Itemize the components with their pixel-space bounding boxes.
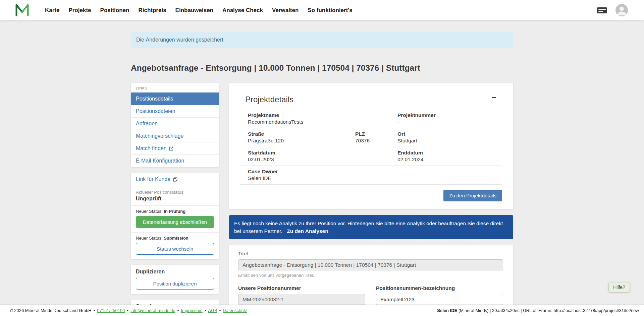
- sidebar-item-email-konfiguration[interactable]: E-Mail Konfiguration: [131, 154, 219, 167]
- copy-icon: [173, 177, 177, 182]
- switch-status-button[interactable]: Status wechseln: [136, 243, 214, 255]
- nav-item-verwalten[interactable]: Verwalten: [272, 7, 299, 14]
- topbar-right: [597, 4, 628, 16]
- nav-item-so-funktionierts[interactable]: So funktioniert's: [308, 7, 352, 14]
- divider: [131, 232, 219, 233]
- server-icon[interactable]: [597, 6, 607, 14]
- collapse-icon[interactable]: [491, 95, 497, 100]
- go-to-analyses-link[interactable]: Zu den Analysen: [287, 228, 328, 234]
- nav-item-analyse-check[interactable]: Analyse Check: [222, 7, 263, 14]
- detail-row: Startdatum 02.01.2023 Enddatum 02.01.202…: [240, 147, 502, 166]
- new-status-prefix: Neuer Status:: [136, 209, 163, 214]
- footer-email-link[interactable]: info@mineral-minds.de: [130, 308, 175, 313]
- mineral-minds-logo[interactable]: [15, 4, 30, 17]
- sidebar-item-label: Positionsdateien: [136, 108, 175, 114]
- footer-agb-link[interactable]: AGB: [208, 308, 217, 313]
- current-status-value: Ungeprüft: [136, 196, 214, 202]
- custom-position-number-input[interactable]: [376, 294, 503, 305]
- projektname-value: RecommendationsTests: [248, 119, 397, 125]
- complete-data-entry-button[interactable]: Datenerfassung abschließen: [136, 216, 214, 228]
- nav-item-einbauweisen[interactable]: Einbauweisen: [175, 7, 213, 14]
- footer: © 2026 Mineral Minds Deutschland GmbH • …: [0, 305, 644, 316]
- nav-item-richtpreis[interactable]: Richtpreis: [138, 7, 166, 14]
- links-header: LINKS: [131, 83, 219, 92]
- page-content: Die Änderungen wurden gespeichert Angebo…: [0, 20, 644, 316]
- case-owner-value: Selen IDE: [248, 175, 502, 181]
- duplicate-card: Duplizieren Position duplizieren: [131, 265, 219, 294]
- nav-item-positionen[interactable]: Positionen: [100, 7, 129, 14]
- analytics-banner: Es liegt noch keine Analytik zu Ihrer Po…: [229, 215, 513, 239]
- projektnummer-value: -: [397, 119, 502, 125]
- external-link-icon: [169, 146, 173, 151]
- analytics-banner-text: Es liegt noch keine Analytik zu Ihrer Po…: [234, 220, 503, 234]
- footer-user-name: Selen IDE: [437, 308, 457, 313]
- strasse-label: Straße: [248, 131, 355, 137]
- top-navigation-bar: Karte Projekte Positionen Richtpreis Ein…: [0, 0, 644, 20]
- footer-session-details: (Mineral Minds) | 20aaf34c20ec | URL of …: [457, 308, 639, 313]
- go-to-project-details-button[interactable]: Zu den Projektdetails: [443, 190, 502, 201]
- ort-value: Stuttgart: [397, 138, 502, 144]
- separator-dot: •: [205, 308, 206, 313]
- customer-link[interactable]: Link für Kunde: [131, 173, 219, 186]
- new-status-prefix: Neuer Status:: [136, 236, 163, 241]
- sidebar: LINKS Positionsdetails Positionsdateien …: [131, 83, 219, 316]
- logo-graphic: [15, 4, 29, 16]
- sidebar-item-match-finden[interactable]: Match finden: [131, 142, 219, 154]
- projektnummer-label: Projektnummer: [397, 112, 502, 118]
- startdatum-value: 02.01.2023: [248, 156, 397, 163]
- page-title: Angebotsanfrage - Entsorgung | 10.000 To…: [131, 63, 513, 73]
- ort-label: Ort: [397, 131, 502, 137]
- enddatum-label: Enddatum: [397, 150, 502, 156]
- user-avatar[interactable]: [615, 4, 628, 16]
- saved-alert-text: Die Änderungen wurden gespeichert: [136, 37, 223, 43]
- title-divider: [131, 78, 513, 78]
- sidebar-item-label: Matchingvorschläge: [136, 133, 183, 139]
- footer-datenschutz-link[interactable]: Datenschutz: [223, 308, 247, 313]
- sidebar-item-matchingvorschlaege[interactable]: Matchingvorschläge: [131, 130, 219, 142]
- new-status-2: Neuer Status: Submission: [136, 236, 214, 241]
- sidebar-item-anfragen[interactable]: Anfragen: [131, 117, 219, 130]
- sidebar-item-label: Match finden: [136, 145, 167, 151]
- sidebar-item-positionsdateien[interactable]: Positionsdateien: [131, 105, 219, 117]
- plz-value: 70376: [355, 138, 397, 144]
- main-nav: Karte Projekte Positionen Richtpreis Ein…: [45, 7, 353, 14]
- custom-position-number-label: Positionsnummer/-bezeichnung: [376, 285, 503, 291]
- sidebar-item-label: E-Mail Konfiguration: [136, 158, 184, 164]
- detail-row: Projektname RecommendationsTests Projekt…: [240, 110, 502, 128]
- nav-item-projekte[interactable]: Projekte: [68, 7, 91, 14]
- copyright-text: © 2026 Mineral Minds Deutschland GmbH: [10, 308, 92, 313]
- divider: [131, 205, 219, 206]
- sidebar-item-label: Positionsdetails: [136, 96, 173, 102]
- duplicate-position-button[interactable]: Position duplizieren: [136, 278, 214, 290]
- titel-helper: Erhält den von uns vorgegebenen Titel.: [238, 273, 503, 278]
- new-status-value: Submission: [164, 236, 189, 241]
- startdatum-label: Startdatum: [248, 150, 397, 156]
- footer-impressum-link[interactable]: Impressum: [181, 308, 202, 313]
- our-position-number-label: Unsere Positionsnummer: [238, 285, 365, 291]
- nav-item-karte[interactable]: Karte: [45, 7, 59, 14]
- titel-label: Titel: [238, 251, 503, 257]
- sidebar-item-positionsdetails[interactable]: Positionsdetails: [131, 92, 219, 105]
- footer-phone-link[interactable]: 07151/250100: [97, 308, 125, 313]
- sidebar-links-card: LINKS Positionsdetails Positionsdateien …: [131, 83, 219, 167]
- sidebar-item-label: Anfragen: [136, 121, 158, 127]
- project-details-card: Projektdetails Projektname Recommendatio…: [229, 83, 513, 209]
- projektname-label: Projektname: [248, 112, 397, 118]
- separator-dot: •: [177, 308, 179, 313]
- detail-row: Case Owner Selen IDE: [240, 166, 502, 185]
- separator-dot: •: [127, 308, 128, 313]
- main-column: Projektdetails Projektname Recommendatio…: [229, 83, 513, 316]
- enddatum-value: 02.01.2024: [397, 156, 502, 163]
- current-status-label: Aktueller Positionsstatus:: [136, 190, 214, 195]
- new-status-value: In Prüfung: [164, 209, 185, 214]
- case-owner-label: Case Owner: [248, 169, 502, 175]
- footer-left: © 2026 Mineral Minds Deutschland GmbH • …: [10, 308, 247, 313]
- footer-session-info: Selen IDE (Mineral Minds) | 20aaf34c20ec…: [437, 308, 639, 313]
- help-button[interactable]: Hilfe?: [609, 282, 630, 292]
- person-icon: [615, 4, 628, 16]
- plz-label: PLZ: [355, 131, 397, 137]
- status-card: Link für Kunde Aktueller Positionsstatus…: [131, 173, 219, 259]
- duplicate-title: Duplizieren: [136, 269, 214, 275]
- separator-dot: •: [219, 308, 221, 313]
- our-position-number-input: [238, 294, 365, 305]
